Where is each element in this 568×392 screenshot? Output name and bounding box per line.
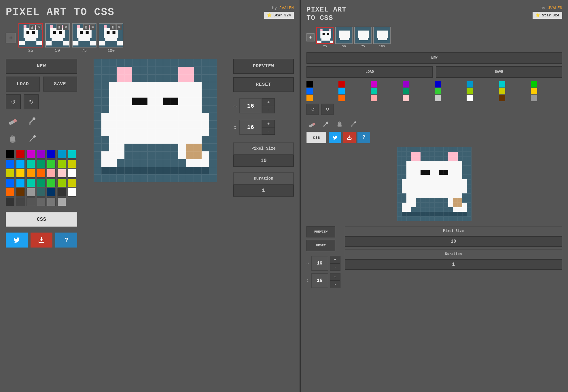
pixel-1-12[interactable] xyxy=(186,67,194,75)
pixel-14-14[interactable] xyxy=(202,167,209,175)
pixel-15-6[interactable] xyxy=(140,174,148,182)
pixel-1-3[interactable] xyxy=(117,67,124,75)
mini-color-swatch-21[interactable] xyxy=(467,95,473,101)
mini-pixel-11-14[interactable] xyxy=(462,198,467,203)
mini-pixel-15-3[interactable] xyxy=(411,216,416,221)
mini-pixel-8-4[interactable] xyxy=(416,184,421,189)
mini-pixel-2-9[interactable] xyxy=(439,156,444,161)
mini-pixel-6-14[interactable] xyxy=(462,175,467,179)
pixel-12-2[interactable] xyxy=(109,151,117,159)
pixel-6-10[interactable] xyxy=(171,105,179,113)
mini-pixel-10-4[interactable] xyxy=(416,193,421,198)
pixel-3-3[interactable] xyxy=(117,82,124,90)
mini-pixel-6-5[interactable] xyxy=(421,175,425,179)
pixel-2-4[interactable] xyxy=(124,75,132,82)
width-decrease-button[interactable]: - xyxy=(262,106,275,113)
frame-delete-1[interactable]: 🗑 xyxy=(29,24,35,30)
mini-pixel-2-14[interactable] xyxy=(462,156,467,161)
mini-pixel-2-4[interactable] xyxy=(416,156,421,161)
mini-pixel-5-1[interactable] xyxy=(402,170,406,175)
pixel-6-9[interactable] xyxy=(163,105,171,113)
right-width-decrease[interactable]: - xyxy=(330,263,340,271)
right-frame-4[interactable]: 100 xyxy=(373,27,391,48)
mini-pixel-3-14[interactable] xyxy=(462,161,467,165)
pixel-7-2[interactable] xyxy=(109,113,117,121)
pixel-7-7[interactable] xyxy=(147,113,155,121)
mini-pixel-7-0[interactable] xyxy=(397,179,402,184)
mini-color-swatch-4[interactable] xyxy=(435,81,441,87)
pixel-0-2[interactable] xyxy=(109,59,117,67)
mini-pixel-4-11[interactable] xyxy=(448,165,453,170)
pixel-7-3[interactable] xyxy=(117,113,124,121)
twitter-button[interactable] xyxy=(6,233,28,248)
mini-pixel-1-11[interactable] xyxy=(448,152,453,156)
mini-pixel-15-10[interactable] xyxy=(444,216,448,221)
pixel-6-13[interactable] xyxy=(194,105,202,113)
color-swatch-30[interactable] xyxy=(26,188,35,197)
pixel-4-0[interactable] xyxy=(94,90,101,98)
pixel-14-15[interactable] xyxy=(209,167,217,175)
mini-pixel-0-1[interactable] xyxy=(402,147,406,152)
mini-pixel-13-4[interactable] xyxy=(416,207,421,212)
color-swatch-3[interactable] xyxy=(37,150,46,159)
mini-pixel-9-3[interactable] xyxy=(411,189,416,193)
pixel-15-7[interactable] xyxy=(147,174,155,182)
pixel-15-11[interactable] xyxy=(178,174,186,182)
mini-pixel-4-7[interactable] xyxy=(430,165,434,170)
right-add-frame-button[interactable]: + xyxy=(306,33,315,41)
right-undo-button[interactable]: ↺ xyxy=(306,104,319,115)
pixel-13-6[interactable] xyxy=(140,159,148,167)
mini-pixel-4-5[interactable] xyxy=(421,165,425,170)
pixel-13-4[interactable] xyxy=(124,159,132,167)
mini-pixel-15-4[interactable] xyxy=(416,216,421,221)
pixel-6-6[interactable] xyxy=(140,105,148,113)
mini-pixel-9-2[interactable] xyxy=(406,189,411,193)
frame-copy-3[interactable]: ⧉ xyxy=(90,24,95,30)
color-swatch-31[interactable] xyxy=(37,188,46,197)
mini-pixel-13-5[interactable] xyxy=(421,207,425,212)
pixel-4-6[interactable] xyxy=(140,90,148,98)
mini-pixel-14-13[interactable] xyxy=(458,212,462,216)
color-swatch-27[interactable] xyxy=(68,178,76,187)
pixel-13-3[interactable] xyxy=(117,159,124,167)
mini-pixel-2-3[interactable] xyxy=(411,156,416,161)
pixel-14-3[interactable] xyxy=(117,167,124,175)
pixel-6-2[interactable] xyxy=(109,105,117,113)
color-swatch-34[interactable] xyxy=(68,188,76,197)
mini-pixel-4-2[interactable] xyxy=(406,165,411,170)
pixel-11-7[interactable] xyxy=(147,144,155,151)
mini-pixel-15-1[interactable] xyxy=(402,216,406,221)
mini-pixel-2-8[interactable] xyxy=(434,156,439,161)
mini-pixel-1-9[interactable] xyxy=(439,152,444,156)
mini-pixel-8-11[interactable] xyxy=(448,184,453,189)
frame-copy-4[interactable]: ⧉ xyxy=(116,24,122,30)
pixel-0-10[interactable] xyxy=(171,59,179,67)
mini-pixel-0-11[interactable] xyxy=(448,147,453,152)
mini-pixel-4-6[interactable] xyxy=(425,165,430,170)
mini-pixel-0-15[interactable] xyxy=(467,147,472,152)
color-swatch-21[interactable] xyxy=(6,178,14,187)
mini-pixel-1-1[interactable] xyxy=(402,152,406,156)
mini-pixel-12-2[interactable] xyxy=(406,203,411,207)
pixel-5-9[interactable] xyxy=(163,98,171,105)
pixel-3-4[interactable] xyxy=(124,82,132,90)
pixel-2-3[interactable] xyxy=(117,75,124,82)
pixel-13-12[interactable] xyxy=(186,159,194,167)
pixel-5-12[interactable] xyxy=(186,98,194,105)
mini-color-swatch-6[interactable] xyxy=(499,81,505,87)
pixel-7-13[interactable] xyxy=(194,113,202,121)
mini-pixel-10-2[interactable] xyxy=(406,193,411,198)
mini-pixel-10-1[interactable] xyxy=(402,193,406,198)
pixel-1-10[interactable] xyxy=(171,67,179,75)
mini-pixel-11-8[interactable] xyxy=(434,198,439,203)
mini-pixel-15-15[interactable] xyxy=(467,216,472,221)
mini-pixel-4-13[interactable] xyxy=(458,165,462,170)
mini-pixel-5-14[interactable] xyxy=(462,170,467,175)
pixel-2-12[interactable] xyxy=(186,75,194,82)
download-button[interactable] xyxy=(31,233,52,248)
pixel-4-14[interactable] xyxy=(202,90,209,98)
mini-color-swatch-8[interactable] xyxy=(306,88,313,94)
pixel-11-11[interactable] xyxy=(178,144,186,151)
right-preview-button[interactable]: PREVIEW xyxy=(306,226,335,237)
pixel-14-1[interactable] xyxy=(101,167,109,175)
